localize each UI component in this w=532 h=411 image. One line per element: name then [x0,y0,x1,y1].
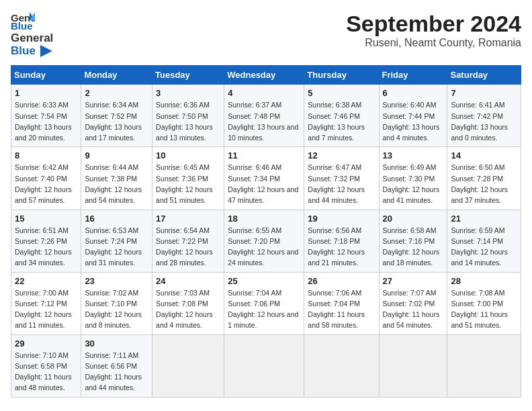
day-number: 27 [383,276,444,286]
calendar-week-row: 22Sunrise: 7:00 AMSunset: 7:12 PMDayligh… [11,272,521,334]
svg-text:Blue: Blue [11,20,33,31]
column-header-monday: Monday [81,66,152,85]
calendar-cell: 24Sunrise: 7:03 AMSunset: 7:08 PMDayligh… [152,272,224,334]
day-info: Sunrise: 7:03 AMSunset: 7:08 PMDaylight:… [156,287,220,331]
logo-arrow-icon [40,45,52,57]
day-number: 24 [156,276,220,286]
calendar-cell: 10Sunrise: 6:45 AMSunset: 7:36 PMDayligh… [152,147,224,210]
calendar-cell: 13Sunrise: 6:49 AMSunset: 7:30 PMDayligh… [379,147,447,210]
calendar-cell: 11Sunrise: 6:46 AMSunset: 7:34 PMDayligh… [224,147,304,210]
calendar-cell: 15Sunrise: 6:51 AMSunset: 7:26 PMDayligh… [11,210,81,272]
calendar-cell: 9Sunrise: 6:44 AMSunset: 7:38 PMDaylight… [81,147,152,210]
calendar-cell: 28Sunrise: 7:08 AMSunset: 7:00 PMDayligh… [447,272,521,334]
day-info: Sunrise: 7:11 AMSunset: 6:56 PMDaylight:… [85,350,148,394]
calendar-cell: 19Sunrise: 6:56 AMSunset: 7:18 PMDayligh… [304,210,379,272]
day-info: Sunrise: 6:45 AMSunset: 7:36 PMDaylight:… [156,162,220,205]
day-number: 8 [15,150,77,161]
day-info: Sunrise: 7:10 AMSunset: 6:58 PMDaylight:… [15,350,77,394]
calendar-cell: 14Sunrise: 6:50 AMSunset: 7:28 PMDayligh… [447,147,521,210]
day-info: Sunrise: 6:47 AMSunset: 7:32 PMDaylight:… [308,162,375,205]
day-number: 16 [85,214,148,224]
calendar-cell [152,334,224,397]
calendar-cell: 20Sunrise: 6:58 AMSunset: 7:16 PMDayligh… [379,210,447,272]
day-number: 23 [85,276,148,286]
day-info: Sunrise: 6:36 AMSunset: 7:50 PMDaylight:… [156,99,220,143]
calendar-cell: 16Sunrise: 6:53 AMSunset: 7:24 PMDayligh… [81,210,152,272]
day-number: 29 [15,338,77,349]
day-number: 21 [451,214,517,224]
day-info: Sunrise: 6:59 AMSunset: 7:14 PMDaylight:… [451,225,517,269]
column-header-wednesday: Wednesday [224,66,304,85]
day-number: 12 [308,150,375,161]
day-number: 28 [451,276,517,286]
day-info: Sunrise: 6:46 AMSunset: 7:34 PMDaylight:… [228,162,300,205]
day-info: Sunrise: 6:37 AMSunset: 7:48 PMDaylight:… [228,99,300,143]
calendar-week-row: 15Sunrise: 6:51 AMSunset: 7:26 PMDayligh… [11,210,521,272]
day-number: 7 [451,88,517,98]
calendar-cell [379,334,447,397]
day-number: 6 [383,88,444,98]
column-header-thursday: Thursday [304,66,379,85]
day-info: Sunrise: 6:40 AMSunset: 7:44 PMDaylight:… [383,99,444,143]
calendar-cell: 1Sunrise: 6:33 AMSunset: 7:54 PMDaylight… [11,85,81,147]
day-info: Sunrise: 6:42 AMSunset: 7:40 PMDaylight:… [15,162,77,205]
day-number: 3 [156,88,220,98]
calendar-cell: 27Sunrise: 7:07 AMSunset: 7:02 PMDayligh… [379,272,447,334]
day-info: Sunrise: 6:51 AMSunset: 7:26 PMDaylight:… [15,225,77,269]
day-number: 9 [85,150,148,161]
day-number: 25 [228,276,300,286]
day-info: Sunrise: 6:44 AMSunset: 7:38 PMDaylight:… [85,162,148,205]
day-number: 2 [85,88,148,98]
logo: General Blue General Blue [11,11,53,57]
calendar-cell: 6Sunrise: 6:40 AMSunset: 7:44 PMDaylight… [379,85,447,147]
day-number: 10 [156,150,220,161]
column-header-saturday: Saturday [447,66,521,85]
column-header-sunday: Sunday [11,66,81,85]
column-header-friday: Friday [379,66,447,85]
calendar-week-row: 8Sunrise: 6:42 AMSunset: 7:40 PMDaylight… [11,147,521,210]
calendar-cell: 26Sunrise: 7:06 AMSunset: 7:04 PMDayligh… [304,272,379,334]
day-info: Sunrise: 7:02 AMSunset: 7:10 PMDaylight:… [85,287,148,331]
day-info: Sunrise: 7:07 AMSunset: 7:02 PMDaylight:… [383,287,444,331]
logo-icon: General Blue [11,11,35,31]
calendar-cell: 29Sunrise: 7:10 AMSunset: 6:58 PMDayligh… [11,334,81,397]
day-info: Sunrise: 6:50 AMSunset: 7:28 PMDaylight:… [451,162,517,205]
calendar-cell: 2Sunrise: 6:34 AMSunset: 7:52 PMDaylight… [81,85,152,147]
day-info: Sunrise: 6:55 AMSunset: 7:20 PMDaylight:… [228,225,300,269]
calendar-cell: 8Sunrise: 6:42 AMSunset: 7:40 PMDaylight… [11,147,81,210]
day-number: 26 [308,276,375,286]
day-info: Sunrise: 6:33 AMSunset: 7:54 PMDaylight:… [15,99,77,143]
day-number: 17 [156,214,220,224]
day-info: Sunrise: 6:58 AMSunset: 7:16 PMDaylight:… [383,225,444,269]
day-info: Sunrise: 6:38 AMSunset: 7:46 PMDaylight:… [308,99,375,143]
calendar-cell [447,334,521,397]
day-info: Sunrise: 6:54 AMSunset: 7:22 PMDaylight:… [156,225,220,269]
calendar-title: September 2024 [346,11,521,37]
calendar-body: 1Sunrise: 6:33 AMSunset: 7:54 PMDaylight… [11,85,521,397]
title-block: September 2024 Ruseni, Neamt County, Rom… [346,11,521,49]
calendar-cell: 12Sunrise: 6:47 AMSunset: 7:32 PMDayligh… [304,147,379,210]
calendar-cell: 18Sunrise: 6:55 AMSunset: 7:20 PMDayligh… [224,210,304,272]
calendar-cell: 30Sunrise: 7:11 AMSunset: 6:56 PMDayligh… [81,334,152,397]
page-header: General Blue General Blue September 2024… [11,11,521,57]
day-info: Sunrise: 7:06 AMSunset: 7:04 PMDaylight:… [308,287,375,331]
calendar-cell: 5Sunrise: 6:38 AMSunset: 7:46 PMDaylight… [304,85,379,147]
day-info: Sunrise: 6:49 AMSunset: 7:30 PMDaylight:… [383,162,444,205]
calendar-header: SundayMondayTuesdayWednesdayThursdayFrid… [11,66,521,85]
calendar-cell: 17Sunrise: 6:54 AMSunset: 7:22 PMDayligh… [152,210,224,272]
day-number: 4 [228,88,300,98]
day-number: 1 [15,88,77,98]
calendar-cell: 25Sunrise: 7:04 AMSunset: 7:06 PMDayligh… [224,272,304,334]
calendar-cell [304,334,379,397]
day-number: 11 [228,150,300,161]
day-number: 13 [383,150,444,161]
day-info: Sunrise: 6:34 AMSunset: 7:52 PMDaylight:… [85,99,148,143]
day-info: Sunrise: 6:41 AMSunset: 7:42 PMDaylight:… [451,99,517,143]
calendar-cell: 21Sunrise: 6:59 AMSunset: 7:14 PMDayligh… [447,210,521,272]
day-number: 14 [451,150,517,161]
logo-blue: Blue [11,44,36,57]
svg-marker-4 [40,45,52,57]
calendar-table: SundayMondayTuesdayWednesdayThursdayFrid… [11,65,521,397]
day-number: 5 [308,88,375,98]
day-number: 22 [15,276,77,286]
